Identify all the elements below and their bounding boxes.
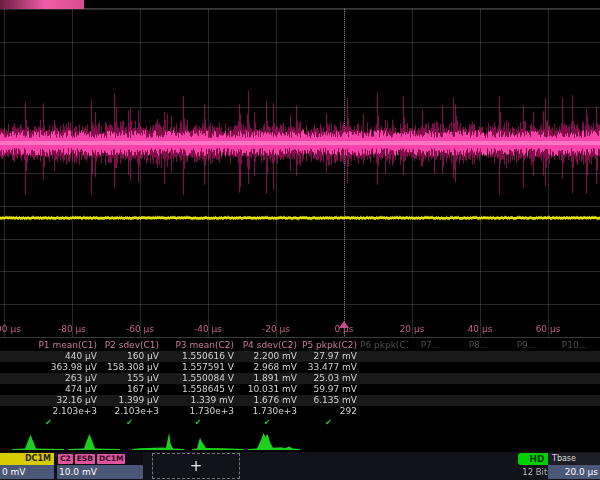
param-header-p8[interactable]: P8... (456, 340, 504, 351)
measure-cell: 2.200 mV (237, 351, 300, 362)
c2-esb-badge: ESB (75, 454, 95, 464)
measure-cell: 2.103e+3 (0, 406, 100, 417)
status-ok-icon: ✔ (237, 417, 300, 428)
measure-row-status: ✔ ✔ ✔ ✔ ✔ (0, 417, 600, 428)
waveform-grid-area: -100 µs -80 µs -60 µs -40 µs -20 µs 0 µs… (0, 0, 600, 340)
waveform-traces (0, 0, 600, 340)
time-tick-label: -100 µs (0, 324, 21, 334)
time-tick-label: 20 µs (400, 324, 425, 334)
param-header-p7[interactable]: P7... (408, 340, 456, 351)
measure-cell: 474 µV (0, 384, 100, 395)
c1-scale-value: 0 mV (0, 465, 54, 479)
measure-cell: 2.968 mV (237, 362, 300, 373)
c1-coupling-label: DC1M (0, 453, 54, 465)
channel-c1-descriptor[interactable]: DC1M 0 mV (0, 453, 54, 479)
time-tick-label: 0 µs (334, 324, 353, 334)
measure-cell: 1.730e+3 (237, 406, 300, 417)
plus-icon: + (190, 457, 203, 475)
c2-scale-value: 10.0 mV (57, 465, 143, 479)
param-header-p3[interactable]: P3 mean(C2) (162, 340, 237, 351)
histicon-p5 (248, 431, 300, 451)
c2-tab: C2 (58, 454, 73, 464)
measure-cell: 263 µV (0, 373, 100, 384)
measure-cell: 363.98 µV (0, 362, 100, 373)
time-axis: -100 µs -80 µs -60 µs -40 µs -20 µs 0 µs… (0, 322, 600, 336)
histicon-p2 (68, 431, 120, 451)
status-ok-icon: ✔ (300, 417, 360, 428)
timebase-descriptor[interactable]: Tbase 20.0 µs (548, 453, 600, 479)
param-header-p9[interactable]: P9... (504, 340, 552, 351)
oscilloscope-screen: -100 µs -80 µs -60 µs -40 µs -20 µs 0 µs… (0, 0, 600, 480)
time-tick-label: 60 µs (536, 324, 561, 334)
histicon-p3 (132, 431, 184, 451)
measure-row-value: 440 µV 160 µV 1.550616 V 2.200 mV 27.97 … (0, 351, 600, 362)
measure-cell: 1.676 mV (237, 395, 300, 406)
c2-coupling-badge: DC1M (97, 454, 125, 464)
measure-cell: 292 (300, 406, 360, 417)
measure-cell: 158.308 µV (100, 362, 162, 373)
measure-cell: 1.730e+3 (162, 406, 237, 417)
time-tick-label: -60 µs (126, 324, 154, 334)
measure-cell: 155 µV (100, 373, 162, 384)
measure-cell: 1.399 µV (100, 395, 162, 406)
measure-cell: 440 µV (0, 351, 100, 362)
trace-annotation-badge (0, 0, 84, 9)
time-tick-label: -40 µs (194, 324, 222, 334)
measurement-table: P1 mean(C1) P2 sdev(C1) P3 mean(C2) P4 s… (0, 340, 600, 428)
time-tick-label: 40 µs (468, 324, 493, 334)
measure-cell: 1.557591 V (162, 362, 237, 373)
measure-cell: 33.477 mV (300, 362, 360, 373)
bottom-status-bar: DC1M 0 mV C2 ESB DC1M 10.0 mV + HD 12 Bi… (0, 452, 600, 480)
measure-cell: 10.031 mV (237, 384, 300, 395)
histicon-p4 (192, 431, 244, 451)
param-header-p4[interactable]: P4 sdev(C2) (237, 340, 300, 351)
param-header-p1[interactable]: P1 mean(C1) (0, 340, 100, 351)
status-ok-icon: ✔ (0, 417, 100, 428)
measure-cell: 1.550616 V (162, 351, 237, 362)
channel-c2-descriptor[interactable]: C2 ESB DC1M 10.0 mV (57, 453, 143, 479)
measure-row-min: 263 µV 155 µV 1.550084 V 1.891 mV 25.03 … (0, 373, 600, 384)
measure-cell: 6.135 mV (300, 395, 360, 406)
param-header-p2[interactable]: P2 sdev(C1) (100, 340, 162, 351)
measure-cell: 1.339 mV (162, 395, 237, 406)
measure-cell: 27.97 mV (300, 351, 360, 362)
measure-cell: 2.103e+3 (100, 406, 162, 417)
measure-cell: 32.16 µV (0, 395, 100, 406)
tbase-label: Tbase (548, 453, 600, 465)
histicon-strip (0, 429, 600, 452)
measure-cell: 25.03 mV (300, 373, 360, 384)
measure-cell: 167 µV (100, 384, 162, 395)
time-tick-label: -80 µs (58, 324, 86, 334)
status-ok-icon: ✔ (162, 417, 237, 428)
measure-cell: 59.97 mV (300, 384, 360, 395)
measure-row-mean: 363.98 µV 158.308 µV 1.557591 V 2.968 mV… (0, 362, 600, 373)
histicon-p1 (12, 431, 64, 451)
time-tick-label: -20 µs (262, 324, 290, 334)
add-trace-button[interactable]: + (152, 453, 240, 479)
measure-row-num: 2.103e+3 2.103e+3 1.730e+3 1.730e+3 292 (0, 406, 600, 417)
measure-cell: 1.550084 V (162, 373, 237, 384)
measure-cell: 160 µV (100, 351, 162, 362)
param-header-p6[interactable]: P6 pkpk(C3) (360, 340, 408, 351)
measure-header-row: P1 mean(C1) P2 sdev(C1) P3 mean(C2) P4 s… (0, 340, 600, 351)
measure-row-sdev: 32.16 µV 1.399 µV 1.339 mV 1.676 mV 6.13… (0, 395, 600, 406)
measure-cell: 1.558645 V (162, 384, 237, 395)
param-header-p5[interactable]: P5 pkpk(C2) (300, 340, 360, 351)
tbase-value: 20.0 µs (548, 465, 600, 479)
measure-cell: 1.891 mV (237, 373, 300, 384)
status-ok-icon: ✔ (100, 417, 162, 428)
measure-row-max: 474 µV 167 µV 1.558645 V 10.031 mV 59.97… (0, 384, 600, 395)
param-header-p10[interactable]: P10... (552, 340, 600, 351)
